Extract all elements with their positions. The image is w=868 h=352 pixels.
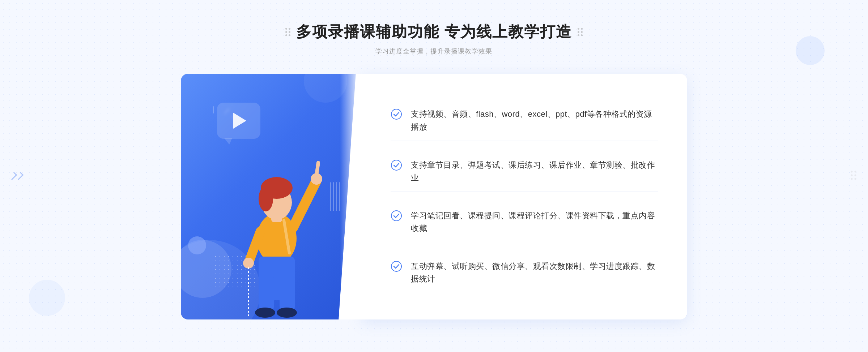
feature-text-1: 支持视频、音频、flash、word、excel、ppt、pdf等各种格式的资源… <box>411 108 658 133</box>
right-dots-decoration <box>850 170 857 182</box>
sidebar-chevrons <box>11 172 22 180</box>
svg-line-14 <box>250 231 260 260</box>
feature-text-2: 支持章节目录、弹题考试、课后练习、课后作业、章节测验、批改作业 <box>411 159 658 184</box>
right-dots-icon <box>578 28 583 36</box>
feature-item-3: 学习笔记回看、课程提问、课程评论打分、课件资料下载，重点内容收藏 <box>391 202 658 242</box>
person-illustration <box>222 116 331 319</box>
svg-rect-19 <box>280 275 295 311</box>
left-dots-icon <box>285 28 290 36</box>
svg-rect-18 <box>259 275 274 311</box>
deco-circle-bl <box>29 280 65 316</box>
feature-text-3: 学习笔记回看、课程提问、课程评论打分、课件资料下载，重点内容收藏 <box>411 209 658 235</box>
svg-line-11 <box>293 181 316 228</box>
feature-item-1: 支持视频、音频、flash、word、excel、ppt、pdf等各种格式的资源… <box>391 100 658 141</box>
check-icon-1 <box>391 108 402 120</box>
svg-point-5 <box>855 178 856 180</box>
illustration-panel <box>181 74 362 319</box>
svg-point-4 <box>851 178 853 180</box>
header-section: 多项录播课辅助功能 专为线上教学打造 学习进度全掌握，提升录播课教学效果 <box>285 22 583 56</box>
svg-point-3 <box>855 175 856 176</box>
page-subtitle: 学习进度全掌握，提升录播课教学效果 <box>285 47 583 56</box>
check-icon-3 <box>391 210 402 222</box>
svg-point-26 <box>391 261 401 271</box>
svg-point-24 <box>391 160 401 170</box>
svg-point-2 <box>851 175 853 176</box>
content-area: 支持视频、音频、flash、word、excel、ppt、pdf等各种格式的资源… <box>181 74 687 319</box>
panel-gradient-edge <box>340 74 362 319</box>
svg-point-1 <box>855 171 856 173</box>
svg-point-25 <box>391 211 401 221</box>
svg-point-0 <box>851 171 853 173</box>
svg-point-23 <box>391 109 401 119</box>
feature-item-2: 支持章节目录、弹题考试、课后练习、课后作业、章节测验、批改作业 <box>391 151 658 192</box>
title-row: 多项录播课辅助功能 专为线上教学打造 <box>285 22 583 42</box>
feature-item-4: 互动弹幕、试听购买、微信分享、观看次数限制、学习进度跟踪、数据统计 <box>391 253 658 292</box>
page-title: 多项录播课辅助功能 专为线上教学打造 <box>296 22 572 42</box>
svg-line-13 <box>316 163 318 175</box>
chevron-icon-2 <box>16 172 24 180</box>
svg-point-20 <box>255 308 275 318</box>
small-accent-circle <box>188 236 206 254</box>
svg-point-21 <box>277 308 297 318</box>
page-wrapper: 多项录播课辅助功能 专为线上教学打造 学习进度全掌握，提升录播课教学效果 <box>0 0 868 352</box>
svg-point-15 <box>243 258 254 269</box>
check-icon-2 <box>391 159 402 171</box>
vert-lines-decoration <box>330 182 340 211</box>
svg-point-10 <box>259 186 273 211</box>
deco-circle-tr <box>796 36 825 65</box>
check-icon-4 <box>391 261 402 272</box>
features-panel: 支持视频、音频、flash、word、excel、ppt、pdf等各种格式的资源… <box>362 74 687 319</box>
feature-text-4: 互动弹幕、试听购买、微信分享、观看次数限制、学习进度跟踪、数据统计 <box>411 260 658 285</box>
